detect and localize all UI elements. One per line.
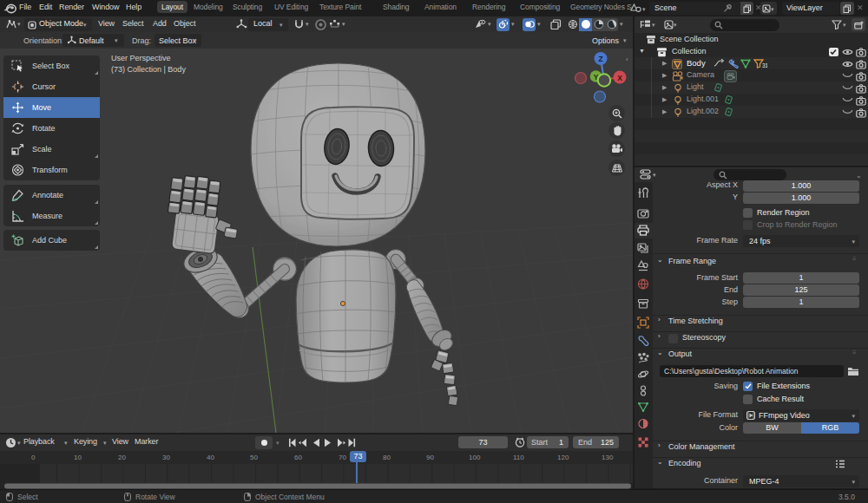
- svg-text:X: X: [617, 74, 622, 82]
- svg-text:Z: Z: [598, 55, 602, 63]
- svg-text:31: 31: [762, 62, 767, 69]
